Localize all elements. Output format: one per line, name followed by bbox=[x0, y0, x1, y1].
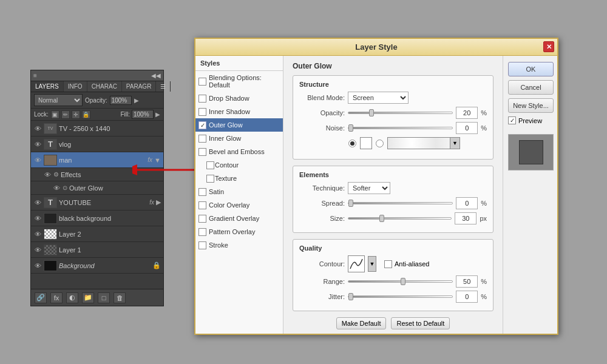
style-stroke[interactable]: Stroke bbox=[195, 238, 283, 252]
checkbox-satin[interactable] bbox=[198, 188, 206, 196]
style-contour[interactable]: Contour bbox=[195, 158, 283, 172]
tab-info[interactable]: INFO bbox=[64, 81, 87, 92]
new-layer-btn[interactable]: □ bbox=[98, 292, 110, 303]
tab-charac[interactable]: CHARAC bbox=[87, 81, 122, 92]
cancel-button[interactable]: Cancel bbox=[508, 80, 554, 95]
checkbox-contour[interactable] bbox=[206, 161, 214, 169]
eye-outer-glow[interactable]: 👁 bbox=[52, 184, 61, 192]
layer-youtube[interactable]: 👁 T YOUTUBE fx ▶ bbox=[31, 195, 163, 211]
new-group-btn[interactable]: 📁 bbox=[82, 292, 94, 303]
style-gradient-overlay[interactable]: Gradient Overlay bbox=[195, 212, 283, 225]
layer-effects[interactable]: 👁 ⚙ Effects bbox=[31, 168, 163, 181]
noise-input[interactable]: 0 bbox=[456, 122, 478, 134]
style-outer-glow[interactable]: Outer Glow bbox=[195, 118, 283, 132]
layer-name-tv: TV - 2560 x 1440 bbox=[59, 125, 161, 132]
fill-input[interactable] bbox=[132, 110, 154, 119]
eye-tv[interactable]: 👁 bbox=[33, 124, 42, 133]
layer-2[interactable]: 👁 Layer 2 bbox=[31, 226, 163, 242]
layer-outer-glow[interactable]: 👁 ⊙ Outer Glow bbox=[31, 181, 163, 195]
checkbox-texture[interactable] bbox=[206, 175, 214, 183]
eye-effects[interactable]: 👁 bbox=[43, 170, 52, 179]
checkbox-inner-glow[interactable] bbox=[198, 135, 206, 143]
checkbox-outer-glow[interactable] bbox=[198, 121, 206, 129]
expand-man[interactable]: ▼ bbox=[154, 157, 161, 164]
lock-all[interactable]: 🔒 bbox=[82, 110, 90, 119]
eye-black-bg[interactable]: 👁 bbox=[33, 214, 42, 223]
style-pattern-overlay[interactable]: Pattern Overlay bbox=[195, 225, 283, 238]
checkbox-gradient-overlay[interactable] bbox=[198, 215, 206, 223]
radio-gradient[interactable] bbox=[376, 140, 384, 147]
checkbox-bevel-emboss[interactable] bbox=[198, 148, 206, 156]
fill-arrow[interactable]: ▶ bbox=[155, 111, 160, 118]
style-blending-options[interactable]: Blending Options: Default bbox=[195, 71, 283, 92]
tab-menu[interactable]: ☰ bbox=[156, 81, 171, 92]
blend-mode-select-dialog[interactable]: Screen bbox=[348, 92, 409, 104]
contour-dropdown-btn[interactable]: ▼ bbox=[368, 256, 376, 272]
new-style-button[interactable]: New Style... bbox=[508, 98, 554, 113]
style-bevel-emboss[interactable]: Bevel and Emboss bbox=[195, 145, 283, 158]
lock-paint[interactable]: ✏ bbox=[61, 110, 70, 119]
ok-button[interactable]: OK bbox=[508, 62, 554, 76]
layer-vlog[interactable]: 👁 T vlog bbox=[31, 136, 163, 152]
checkbox-inner-shadow[interactable] bbox=[198, 108, 206, 116]
range-input[interactable]: 50 bbox=[456, 275, 478, 288]
opacity-arrow[interactable]: ▶ bbox=[134, 97, 139, 104]
layer-name-1: Layer 1 bbox=[59, 246, 161, 254]
size-slider[interactable] bbox=[348, 217, 452, 220]
dialog-close-button[interactable]: ✕ bbox=[543, 41, 554, 52]
lock-position[interactable]: ✛ bbox=[72, 110, 80, 119]
tab-layers[interactable]: LAYERS bbox=[31, 81, 64, 92]
eye-layer1[interactable]: 👁 bbox=[33, 246, 42, 254]
layer-1[interactable]: 👁 Layer 1 bbox=[31, 242, 163, 258]
checkbox-color-overlay[interactable] bbox=[198, 201, 206, 209]
gradient-dropdown-btn[interactable]: ▼ bbox=[450, 138, 459, 149]
noise-slider[interactable] bbox=[348, 127, 453, 129]
eye-background[interactable]: 👁 bbox=[33, 261, 42, 270]
size-input[interactable]: 30 bbox=[455, 212, 476, 224]
blend-mode-select[interactable]: Normal bbox=[34, 94, 83, 106]
checkbox-stroke[interactable] bbox=[198, 241, 206, 249]
anti-aliased-checkbox[interactable] bbox=[384, 260, 392, 268]
lock-transparency[interactable]: ▣ bbox=[51, 110, 59, 119]
layer-man[interactable]: 👁 man fx ▼ bbox=[31, 152, 163, 168]
add-mask-btn[interactable]: ◐ bbox=[66, 292, 78, 303]
opacity-input[interactable] bbox=[110, 96, 132, 105]
style-inner-glow[interactable]: Inner Glow bbox=[195, 132, 283, 145]
spread-slider[interactable] bbox=[348, 202, 453, 204]
link-layers-btn[interactable]: 🔗 bbox=[35, 292, 47, 303]
tab-paragr[interactable]: PARAGR bbox=[122, 81, 157, 92]
layer-background[interactable]: 👁 Background 🔒 bbox=[31, 258, 163, 274]
contour-box[interactable] bbox=[348, 255, 365, 272]
eye-man[interactable]: 👁 bbox=[33, 156, 42, 164]
jitter-slider[interactable] bbox=[348, 295, 453, 298]
make-default-button[interactable]: Make Default bbox=[336, 317, 387, 329]
checkbox-drop-shadow[interactable] bbox=[198, 95, 206, 103]
preview-checkbox[interactable]: ✓ bbox=[508, 116, 516, 124]
opacity-input-dialog[interactable]: 20 bbox=[456, 107, 478, 119]
checkbox-pattern-overlay[interactable] bbox=[198, 228, 206, 236]
radio-solid-color[interactable] bbox=[348, 140, 356, 147]
solid-color-box[interactable] bbox=[360, 137, 372, 149]
eye-youtube[interactable]: 👁 bbox=[33, 198, 42, 207]
delete-btn[interactable]: 🗑 bbox=[114, 292, 126, 303]
gradient-box[interactable]: ▼ bbox=[387, 137, 460, 149]
fx-btn[interactable]: fx bbox=[50, 292, 63, 303]
reset-to-default-button[interactable]: Reset to Default bbox=[391, 317, 450, 329]
checkbox-blending[interactable] bbox=[198, 78, 206, 86]
jitter-input[interactable]: 0 bbox=[456, 291, 478, 303]
expand-youtube[interactable]: ▶ bbox=[156, 198, 161, 206]
layer-tv[interactable]: 👁 TV TV - 2560 x 1440 bbox=[31, 121, 163, 136]
style-label-bevel-emboss: Bevel and Emboss bbox=[209, 148, 265, 155]
range-slider[interactable] bbox=[348, 280, 453, 283]
eye-layer2[interactable]: 👁 bbox=[33, 230, 42, 238]
style-drop-shadow[interactable]: Drop Shadow bbox=[195, 92, 283, 105]
style-texture[interactable]: Texture bbox=[195, 172, 283, 185]
technique-select[interactable]: Softer bbox=[348, 182, 390, 194]
layer-black-bg[interactable]: 👁 black background bbox=[31, 211, 163, 226]
style-satin[interactable]: Satin bbox=[195, 185, 283, 198]
style-inner-shadow[interactable]: Inner Shadow bbox=[195, 105, 283, 118]
style-color-overlay[interactable]: Color Overlay bbox=[195, 198, 283, 212]
opacity-slider[interactable] bbox=[348, 112, 453, 114]
eye-vlog[interactable]: 👁 bbox=[33, 140, 42, 149]
spread-input[interactable]: 0 bbox=[456, 197, 478, 209]
